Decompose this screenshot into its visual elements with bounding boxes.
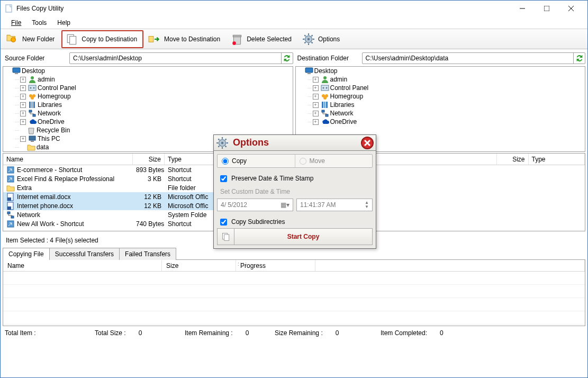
splitter-grip[interactable]: :::: — [238, 261, 248, 267]
close-button[interactable] — [559, 1, 583, 16]
col-size[interactable]: Size — [497, 154, 529, 165]
destination-path-box — [362, 52, 586, 64]
expand-toggle[interactable]: + — [20, 94, 26, 100]
menu-file[interactable]: File — [7, 18, 25, 28]
close-icon — [361, 137, 374, 149]
minimize-button[interactable] — [510, 1, 535, 16]
tree-item[interactable]: ⋯+ Libraries — [296, 101, 585, 109]
time-picker[interactable]: 11:41:37 AM▲▼ — [296, 199, 373, 211]
destination-refresh-button[interactable] — [573, 53, 585, 64]
folder-icon — [6, 184, 15, 192]
expand-toggle[interactable]: + — [313, 94, 319, 100]
file-size: 740 Bytes — [133, 220, 165, 228]
tree-item[interactable]: ⋯ Recycle Bin — [3, 126, 293, 134]
col-name[interactable]: Name — [3, 154, 133, 165]
date-picker[interactable]: 4/ 5/2012▦▾ — [217, 199, 293, 211]
file-size: 893 Bytes — [133, 166, 165, 174]
tree-item[interactable]: ⋯+ Homegroup — [296, 92, 585, 101]
col-name[interactable]: Name — [3, 260, 162, 271]
total-item-label: Total Item : — [5, 329, 36, 337]
trash-icon — [231, 33, 243, 46]
copy-to-destination-label: Copy to Destination — [82, 35, 137, 43]
short-icon — [6, 166, 15, 174]
expand-toggle[interactable]: + — [20, 102, 26, 108]
hg-icon — [28, 92, 37, 101]
move-to-destination-button[interactable]: Move to Destination — [144, 30, 226, 48]
tree-item-label: Libraries — [38, 101, 62, 109]
tree-item[interactable]: ⋯+ admin — [3, 75, 293, 84]
destination-path-input[interactable] — [363, 55, 574, 62]
size-remaining-value: 0 — [336, 329, 339, 337]
tree-item[interactable]: ⋯+ Network — [3, 109, 293, 118]
tree-item[interactable]: Desktop — [3, 67, 293, 75]
expand-toggle[interactable]: + — [20, 119, 26, 125]
source-folder-label: Source Folder — [3, 55, 66, 62]
new-folder-button[interactable]: New Folder — [3, 30, 60, 48]
options-button[interactable]: Options — [298, 30, 346, 48]
preserve-timestamp-checkbox[interactable]: Preserve Date & Time Stamp — [217, 172, 373, 185]
expand-toggle[interactable]: + — [313, 111, 319, 116]
tree-item-label: Libraries — [330, 101, 355, 109]
col-type[interactable]: Type — [529, 154, 585, 165]
options-dialog: Options Copy Move Preserve Date & Time S… — [213, 134, 376, 249]
start-copy-button[interactable]: Start Copy — [234, 228, 373, 245]
menu-help[interactable]: Help — [53, 18, 75, 28]
radio-copy[interactable] — [222, 158, 229, 165]
tab-successful-transfers[interactable]: Successful Transfers — [49, 248, 120, 260]
expand-toggle[interactable]: + — [313, 119, 319, 125]
col-size[interactable]: Size — [133, 154, 165, 165]
expand-toggle[interactable]: + — [20, 136, 26, 142]
expand-toggle[interactable]: + — [313, 102, 319, 108]
tree-item[interactable]: ⋯+ Network — [296, 109, 585, 118]
source-path-box — [69, 52, 293, 64]
tree-item-label: Desktop — [22, 67, 45, 75]
short-icon — [6, 175, 15, 183]
total-size-value: 0 — [139, 329, 142, 337]
delete-selected-button[interactable]: Delete Selected — [227, 30, 297, 48]
tree-item-label: admin — [38, 76, 55, 83]
tree-item[interactable]: ⋯+ OneDrive — [296, 118, 585, 126]
expand-toggle[interactable]: + — [313, 85, 319, 91]
radio-move[interactable] — [300, 158, 306, 165]
svg-rect-39 — [544, 6, 549, 11]
tab-failed-transfers[interactable]: Failed Transfers — [119, 248, 176, 260]
tree-item[interactable]: ⋯+ Libraries — [3, 101, 293, 109]
doc-icon — [6, 202, 15, 210]
maximize-button[interactable] — [535, 1, 559, 16]
tree-item[interactable]: ⋯+ admin — [296, 75, 585, 84]
expand-toggle[interactable]: + — [20, 111, 26, 116]
expand-toggle[interactable]: + — [20, 85, 26, 91]
od-icon — [321, 118, 329, 126]
options-close-button[interactable] — [361, 137, 374, 149]
tree-item[interactable]: ⋯+ OneDrive — [3, 118, 293, 126]
copy-subdirectories-checkbox[interactable]: Copy Subdirectries — [217, 215, 373, 228]
source-refresh-button[interactable] — [281, 53, 293, 64]
toolbar: New Folder Copy to Destination Move to D… — [1, 29, 587, 49]
item-completed-label: Item Completed: — [381, 329, 427, 337]
col-progress[interactable]: Progress — [236, 260, 315, 271]
file-size: 12 KB — [133, 193, 165, 201]
mode-move-radio[interactable]: Move — [295, 155, 373, 167]
window-title: Files Copy Utility — [16, 5, 510, 12]
expand-toggle[interactable]: + — [20, 77, 26, 83]
tree-item-label: Control Panel — [330, 84, 369, 92]
expand-toggle[interactable]: + — [313, 77, 319, 83]
menu-tools[interactable]: Tools — [28, 18, 51, 28]
tree-item[interactable]: ⋯+ Control Panel — [296, 84, 585, 92]
tree-item[interactable]: ⋯+ Homegroup — [3, 92, 293, 101]
app-icon — [5, 4, 13, 13]
title-bar: Files Copy Utility — [1, 1, 587, 16]
tab-copying-file[interactable]: Copying File — [3, 248, 50, 260]
tree-item-label: Desktop — [314, 67, 338, 75]
source-path-input[interactable] — [70, 55, 281, 62]
tree-item[interactable]: Desktop — [296, 67, 585, 75]
net-icon — [28, 109, 37, 118]
refresh-icon — [282, 53, 292, 63]
file-name: Network — [17, 211, 40, 219]
tree-item[interactable]: ⋯+ Control Panel — [3, 84, 293, 92]
col-size[interactable]: Size — [162, 260, 236, 271]
transfer-tabs: Copying File Successful Transfers Failed… — [1, 247, 587, 326]
mode-copy-radio[interactable]: Copy — [218, 155, 295, 167]
file-size: 12 KB — [133, 202, 165, 210]
copy-to-destination-button[interactable]: Copy to Destination — [61, 30, 143, 48]
